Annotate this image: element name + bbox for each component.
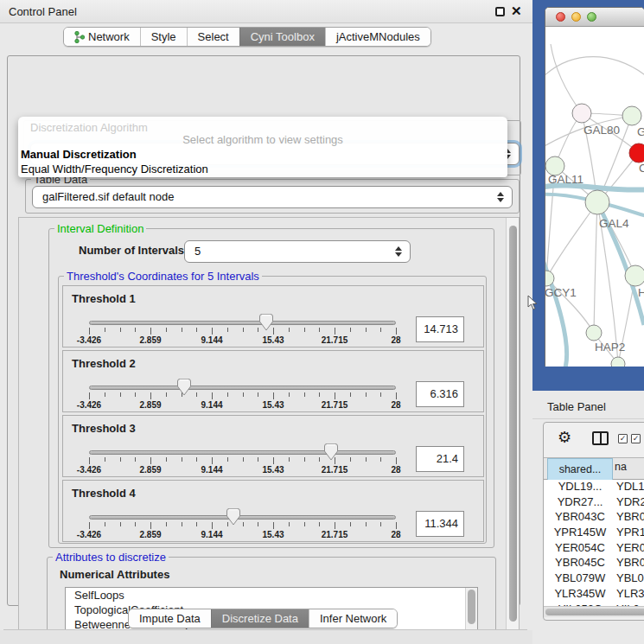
- algorithm-prompt-item[interactable]: Select algorithm to view settings: [18, 133, 507, 146]
- slider-track[interactable]: [89, 515, 396, 520]
- node-right[interactable]: [625, 265, 644, 286]
- tab-select[interactable]: Select: [187, 28, 239, 46]
- slider-track[interactable]: [89, 321, 396, 325]
- tick-label: 9.144: [201, 530, 222, 539]
- node-label-h: H: [638, 286, 644, 299]
- tick-mark: [227, 328, 228, 332]
- tab-impute-data[interactable]: Impute Data: [129, 609, 211, 628]
- column-header-shared-name[interactable]: shared...: [547, 458, 613, 481]
- threshold-value-field[interactable]: 6.316: [416, 381, 464, 407]
- cyni-toolbox-panel: Discretization Algorithm Select algorith…: [7, 55, 520, 606]
- tab-style[interactable]: Style: [140, 28, 187, 46]
- tick-label: 15.43: [262, 465, 284, 475]
- tab-jactivemnodules[interactable]: jActiveMNodules: [325, 28, 430, 46]
- tab-cyni-toolbox[interactable]: Cyni Toolbox: [239, 28, 325, 46]
- tick-mark: [380, 522, 381, 526]
- tick-label: 28: [391, 335, 400, 345]
- number-of-intervals-combobox[interactable]: 5: [184, 240, 411, 263]
- tab-infer-network[interactable]: Infer Network: [309, 609, 397, 628]
- tick-mark: [304, 457, 305, 462]
- tick-label: 2.859: [139, 400, 161, 410]
- list-scrollbar[interactable]: [465, 588, 477, 629]
- algorithm-option[interactable]: Manual Discretization: [21, 147, 505, 162]
- tick-mark: [396, 328, 397, 335]
- node-hap2[interactable]: [586, 325, 602, 341]
- tab-label: Discretize Data: [222, 609, 298, 628]
- tick-label: 2.859: [139, 530, 161, 539]
- table-row[interactable]: YPR145WYPR1: [544, 526, 644, 541]
- close-icon[interactable]: ✕: [511, 3, 522, 19]
- network-window-titlebar[interactable]: [545, 8, 644, 27]
- slider-thumb[interactable]: [226, 508, 240, 526]
- tick-mark: [243, 328, 244, 332]
- interval-definition-title: Interval Definition: [54, 222, 146, 235]
- screen: Control Panel ✕ NetworkStyleSelectCyni T…: [0, 0, 644, 644]
- node-bottom[interactable]: [611, 357, 625, 367]
- checkbox-icon[interactable]: ✓: [631, 434, 641, 443]
- tick-mark: [150, 457, 151, 464]
- tick-mark: [212, 328, 213, 335]
- network-graph: GAL80GAGAL11CGAL4GCY1HHAP2: [545, 27, 644, 367]
- tick-mark: [304, 328, 305, 332]
- threshold-value-field[interactable]: 14.713: [416, 316, 464, 342]
- combo-stepper-icon: [395, 246, 402, 257]
- attribute-item[interactable]: SelfLoops: [66, 588, 477, 603]
- top-tab-bar: NetworkStyleSelectCyni ToolboxjActiveMNo…: [63, 27, 431, 47]
- control-panel-titlebar[interactable]: Control Panel ✕: [0, 0, 532, 23]
- tick-mark: [273, 522, 274, 529]
- tick-mark: [212, 392, 213, 399]
- settings-scrollbar[interactable]: [506, 218, 519, 644]
- tick-mark: [380, 392, 381, 397]
- algorithm-option[interactable]: Equal Width/Frequency Discretization: [21, 162, 505, 176]
- table-row[interactable]: YBR045CYBR0: [544, 556, 644, 571]
- slider-track[interactable]: [89, 386, 396, 390]
- close-traffic-light-icon[interactable]: [556, 12, 565, 22]
- table-horizontal-scrollbar[interactable]: [544, 606, 644, 617]
- tick-label: 2.859: [139, 465, 161, 475]
- discretization-algorithm-group-title: Discretization Algorithm: [30, 121, 148, 134]
- tick-mark: [258, 392, 258, 397]
- tick-mark: [196, 328, 197, 332]
- float-window-icon[interactable]: [495, 7, 505, 16]
- thresholds-group: Threshold's Coordinates for 5 Intervals …: [58, 276, 487, 544]
- tab-discretize-data[interactable]: Discretize Data: [211, 609, 309, 628]
- tick-mark: [350, 392, 351, 397]
- zoom-traffic-light-icon[interactable]: [587, 12, 596, 22]
- gear-icon[interactable]: ⚙: [558, 428, 571, 447]
- bottom-tab-bar: Impute DataDiscretize DataInfer Network: [128, 609, 398, 628]
- network-canvas[interactable]: GAL80GAGAL11CGAL4GCY1HHAP2: [545, 27, 644, 367]
- table-data-combobox[interactable]: galFiltered.sif default node: [32, 186, 513, 208]
- tick-label: -3.426: [77, 465, 101, 475]
- tick-mark: [289, 522, 290, 526]
- node-label-c: C: [639, 162, 644, 175]
- tick-mark: [120, 328, 121, 332]
- cell-name: YDL1: [616, 480, 644, 493]
- checkbox-icon[interactable]: ✓: [618, 434, 628, 443]
- tick-mark: [120, 392, 121, 397]
- slider-thumb[interactable]: [324, 443, 338, 461]
- slider-thumb[interactable]: [177, 379, 191, 396]
- table-row[interactable]: YDR27...YDR2: [544, 495, 644, 511]
- tick-mark: [366, 522, 367, 526]
- node-top-right[interactable]: [622, 106, 641, 125]
- table-row[interactable]: YBR043CYBR0: [544, 510, 644, 526]
- threshold-value-field[interactable]: 21.4: [416, 446, 464, 472]
- table-row[interactable]: YDL19...YDL1: [544, 480, 644, 495]
- table-row[interactable]: YBL079WYBL0: [544, 571, 644, 587]
- threshold-value-field[interactable]: 11.344: [416, 511, 464, 537]
- slider-track[interactable]: [89, 450, 396, 455]
- slider-thumb[interactable]: [259, 314, 273, 331]
- tick-mark: [166, 328, 167, 332]
- tick-mark: [335, 522, 335, 529]
- tick-mark: [396, 457, 397, 464]
- minimize-traffic-light-icon[interactable]: [571, 12, 581, 22]
- split-columns-icon[interactable]: [592, 431, 609, 445]
- node-gal80[interactable]: [572, 104, 591, 123]
- table-row[interactable]: YLR345WYLR3: [544, 587, 644, 603]
- table-row[interactable]: YER054CYER0: [544, 541, 644, 557]
- node-selected-red[interactable]: [629, 143, 644, 163]
- column-header-name[interactable]: na: [615, 461, 627, 473]
- node-gal4[interactable]: [585, 190, 609, 214]
- tab-network[interactable]: Network: [64, 28, 140, 46]
- network-window[interactable]: GAL80GAGAL11CGAL4GCY1HHAP2: [545, 7, 644, 367]
